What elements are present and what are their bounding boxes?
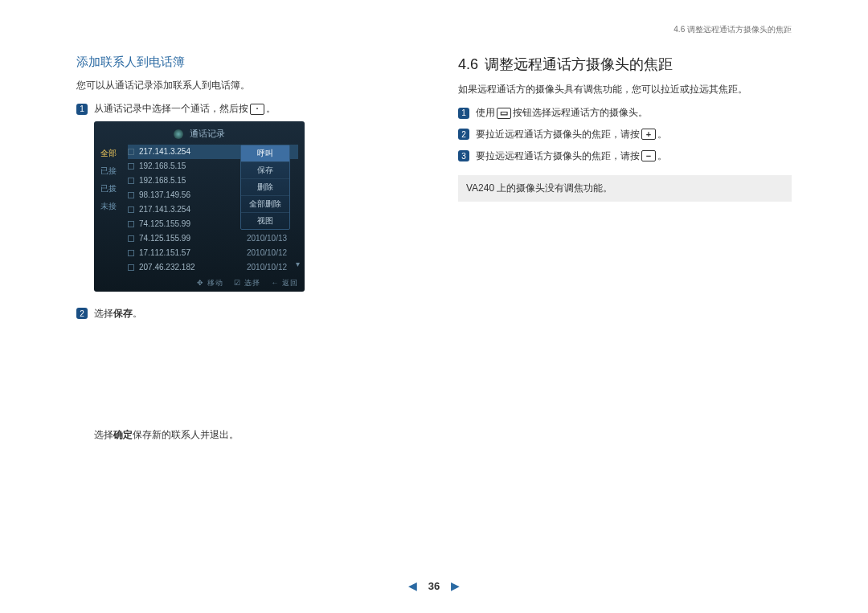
list-ip: 192.168.5.15: [139, 174, 247, 188]
checkbox-icon: [128, 235, 134, 242]
dot-button-icon: ·: [250, 104, 264, 115]
footer-back: ← 返回: [271, 279, 298, 287]
step-text-tail: 。: [657, 125, 667, 144]
step-text: 从通话记录中选择一个通话，然后按: [94, 100, 248, 118]
context-menu-item: 删除: [241, 179, 289, 196]
list-row: 74.125.155.992010/10/13: [128, 231, 298, 246]
footer-select: ☑ 选择: [234, 279, 260, 287]
closing-text-c: 保存新的联系人并退出。: [133, 429, 239, 440]
right-intro: 如果远程通话方的摄像头具有调焦功能，您可以拉近或拉远其焦距。: [458, 82, 792, 97]
sidebar-item: 全部: [100, 145, 126, 162]
list-date: 2010/10/12: [247, 260, 298, 275]
sidebar-item: 已拨: [100, 180, 126, 198]
step-text-tail: 。: [266, 100, 276, 118]
checkbox-icon: [128, 149, 134, 155]
section-4-6-title: 4.6调整远程通话方摄像头的焦距: [458, 55, 792, 74]
step-badge: 2: [458, 129, 469, 140]
right-step-3: 3 要拉远远程通话方摄像头的焦距，请按 − 。: [458, 147, 792, 166]
list-ip: 192.168.5.15: [139, 159, 247, 174]
checkbox-icon: [128, 206, 134, 213]
checkbox-icon: [128, 192, 134, 198]
left-column: 添加联系人到电话簿 您可以从通话记录添加联系人到电话簿。 1 从通话记录中选择一…: [76, 55, 410, 449]
select-icon: ☑: [234, 279, 244, 287]
list-ip: 74.125.155.99: [139, 231, 247, 246]
context-menu-item: 全部删除: [241, 196, 289, 213]
footer-select-label: 选择: [244, 279, 260, 287]
context-menu-item: 呼叫: [241, 145, 289, 162]
step-text: 选择: [94, 304, 113, 323]
context-menu-item: 保存: [241, 162, 289, 179]
left-step-2: 2 选择 保存 。: [76, 304, 410, 323]
left-closing: 选择确定保存新的联系人并退出。: [94, 427, 410, 443]
call-log-title: 通话记录: [100, 126, 298, 145]
section-number: 4.6: [458, 56, 478, 72]
step-text-tail: 。: [133, 304, 142, 323]
camera-button-icon: ▭: [497, 108, 511, 119]
footer-back-label: 返回: [282, 279, 298, 287]
step-text: 要拉远远程通话方摄像头的焦距，请按: [476, 147, 640, 166]
sidebar-item: 已接: [100, 162, 126, 180]
footer-move: ✥ 移动: [197, 279, 223, 287]
footer-move-label: 移动: [207, 279, 223, 287]
checkbox-icon: [128, 264, 134, 271]
call-log-footer: ✥ 移动 ☑ 选择 ← 返回: [100, 275, 298, 288]
checkbox-icon: [128, 178, 134, 184]
pager-next-icon[interactable]: ▶: [451, 579, 460, 592]
call-log-title-text: 通话记录: [190, 129, 225, 138]
move-icon: ✥: [197, 279, 207, 287]
step-text-tail: 。: [657, 147, 667, 166]
step-badge: 2: [76, 308, 88, 319]
step-text-bold: 保存: [113, 304, 133, 323]
left-step-1: 1 从通话记录中选择一个通话，然后按 · 。: [76, 100, 410, 118]
list-row: 17.112.151.572010/10/12: [128, 246, 298, 260]
checkbox-icon: [128, 221, 134, 227]
closing-text-bold: 确定: [113, 429, 133, 440]
step-text-tail: 按钮选择远程通话方的摄像头。: [513, 104, 648, 122]
list-ip: 207.46.232.182: [139, 260, 247, 275]
right-column: 4.6调整远程通话方摄像头的焦距 如果远程通话方的摄像头具有调焦功能，您可以拉近…: [458, 55, 792, 449]
context-menu: 呼叫 保存 删除 全部删除 视图: [240, 145, 290, 230]
sidebar-item: 未接: [100, 198, 126, 215]
section-title-text: 调整远程通话方摄像头的焦距: [485, 56, 673, 72]
right-step-1: 1 使用 ▭ 按钮选择远程通话方的摄像头。: [458, 104, 792, 122]
step-badge: 3: [458, 150, 469, 161]
closing-text-a: 选择: [94, 429, 113, 440]
list-row: 207.46.232.1822010/10/12: [128, 260, 298, 275]
left-subheading: 添加联系人到电话簿: [76, 55, 410, 70]
back-icon: ←: [271, 279, 282, 287]
list-ip: 98.137.149.56: [139, 188, 247, 202]
page-header-breadcrumb: 4.6 调整远程通话方摄像头的焦距: [76, 24, 792, 35]
list-ip: 217.141.3.254: [139, 145, 247, 159]
list-ip: 17.112.151.57: [139, 246, 247, 260]
list-date: 2010/10/12: [247, 246, 298, 260]
step-badge: 1: [76, 104, 88, 115]
plus-button-icon: +: [641, 129, 656, 140]
step-text: 要拉近远程通话方摄像头的焦距，请按: [476, 125, 640, 144]
list-ip: 217.141.3.254: [139, 202, 247, 217]
note-box: VA240 上的摄像头没有调焦功能。: [458, 175, 792, 202]
left-intro: 您可以从通话记录添加联系人到电话簿。: [76, 78, 410, 93]
call-log-sidebar: 全部 已接 已拨 未接: [100, 145, 126, 215]
right-step-2: 2 要拉近远程通话方摄像头的焦距，请按 + 。: [458, 125, 792, 144]
list-ip: 74.125.155.99: [139, 217, 247, 231]
checkbox-icon: [128, 163, 134, 170]
checkbox-icon: [128, 250, 134, 256]
call-log-screenshot: 通话记录 全部 已接 已拨 未接 217.141.3.254 192.168.5…: [94, 121, 305, 292]
call-log-title-icon: [174, 129, 183, 139]
page-pager: ◀ 36 ▶: [0, 579, 868, 592]
pager-prev-icon[interactable]: ◀: [408, 579, 417, 592]
step-badge: 1: [458, 108, 469, 119]
context-menu-item: 视图: [241, 213, 289, 229]
page-number: 36: [428, 580, 440, 592]
list-date: 2010/10/13: [247, 231, 298, 246]
minus-button-icon: −: [641, 150, 656, 161]
scroll-down-icon: ▾: [296, 260, 300, 268]
step-text: 使用: [476, 104, 495, 122]
